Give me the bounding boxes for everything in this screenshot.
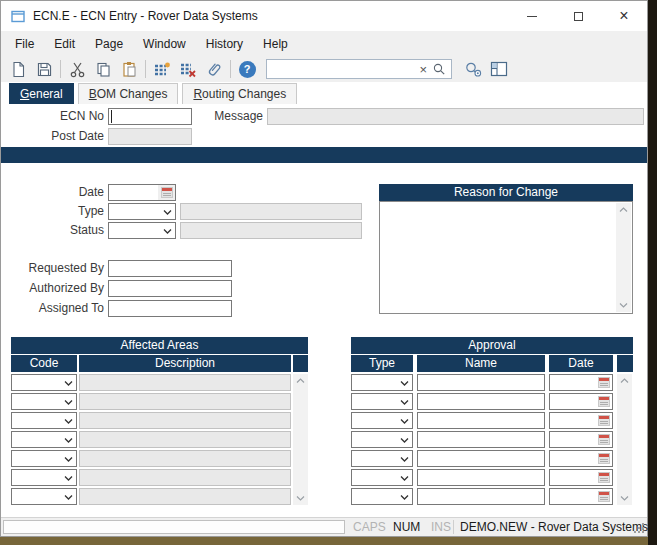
menu-history[interactable]: History [196,31,253,56]
copy-button[interactable] [90,58,116,80]
delete-row-button[interactable] [175,58,201,80]
status-combobox[interactable] [108,222,176,239]
type-combobox[interactable] [351,374,413,391]
clear-search-icon[interactable]: × [419,61,427,78]
authorized-by-field[interactable] [108,280,232,297]
assigned-to-field[interactable] [108,300,232,317]
calendar-icon[interactable] [598,415,610,426]
requested-by-label: Requested By [1,260,104,277]
code-combobox[interactable] [11,469,77,486]
cut-button[interactable] [64,58,90,80]
name-field[interactable] [417,488,545,505]
date-field[interactable] [108,184,176,201]
name-field[interactable] [417,450,545,467]
scroll-down-icon[interactable] [293,491,308,505]
date-field[interactable] [549,412,613,429]
approval-row [351,431,617,450]
tab-routing-changes[interactable]: Routing Changes [182,83,297,104]
text-caret [111,110,112,123]
close-icon: × [619,8,628,24]
type-combobox[interactable] [351,488,413,505]
type-combobox[interactable] [351,393,413,410]
toolbar-separator [230,60,231,78]
menu-edit[interactable]: Edit [44,31,85,56]
tab-bom-changes[interactable]: BOM Changes [78,83,179,104]
help-button[interactable]: ? [234,58,260,80]
message-label: Message [187,108,263,125]
scroll-up-icon[interactable] [617,374,632,388]
save-button[interactable] [31,58,57,80]
description-field [79,374,291,391]
type-combobox[interactable] [351,431,413,448]
menu-page[interactable]: Page [85,31,133,56]
search-input[interactable] [267,60,412,78]
toolbar-separator [60,60,61,78]
affected-areas-scrollbar[interactable] [293,374,308,505]
search-icon[interactable] [432,62,446,76]
chevron-down-icon [163,209,172,215]
code-combobox[interactable] [11,450,77,467]
menu-file[interactable]: File [5,31,44,56]
calendar-icon[interactable] [598,472,610,483]
calendar-icon[interactable] [598,434,610,445]
scroll-up-icon[interactable] [293,374,308,388]
calendar-icon[interactable] [598,377,610,388]
type-combobox[interactable] [351,450,413,467]
paperclip-icon [206,61,223,78]
name-field[interactable] [417,374,545,391]
code-combobox[interactable] [11,374,77,391]
menu-window[interactable]: Window [133,31,196,56]
app-window-icon[interactable] [11,10,25,23]
help-icon: ? [239,61,256,78]
chevron-down-icon [64,494,73,500]
name-field[interactable] [417,431,545,448]
new-button[interactable] [5,58,31,80]
scroll-down-icon[interactable] [616,298,631,312]
insert-mode-indicator: INS [431,520,451,534]
maximize-button[interactable] [555,1,601,31]
scroll-up-icon[interactable] [616,203,631,217]
name-field[interactable] [417,412,545,429]
chevron-down-icon [64,399,73,405]
resize-grip[interactable] [642,531,644,533]
date-field[interactable] [549,488,613,505]
date-field[interactable] [549,431,613,448]
chevron-down-icon [400,456,409,462]
menu-help[interactable]: Help [253,31,298,56]
type-combobox[interactable] [108,203,176,220]
type-combobox[interactable] [351,412,413,429]
name-field[interactable] [417,393,545,410]
approval-name-header: Name [417,355,545,372]
minimize-button[interactable] [509,1,555,31]
calendar-icon[interactable] [598,396,610,407]
post-date-label: Post Date [1,128,104,145]
reason-scrollbar[interactable] [616,203,631,312]
lookup-button[interactable] [460,58,486,80]
code-combobox[interactable] [11,488,77,505]
date-field[interactable] [549,469,613,486]
date-field[interactable] [549,393,613,410]
date-field[interactable] [549,450,613,467]
calendar-icon[interactable] [598,453,610,464]
code-combobox[interactable] [11,412,77,429]
close-button[interactable]: × [601,1,647,31]
requested-by-field[interactable] [108,260,232,277]
type-combobox[interactable] [351,469,413,486]
chevron-down-icon [400,494,409,500]
insert-row-button[interactable] [149,58,175,80]
layout-button[interactable] [486,58,512,80]
attachments-button[interactable] [201,58,227,80]
code-combobox[interactable] [11,431,77,448]
chevron-down-icon [163,228,172,234]
approval-scrollbar[interactable] [617,374,632,505]
code-combobox[interactable] [11,393,77,410]
tab-general[interactable]: General [9,83,74,104]
reason-textarea[interactable] [382,204,614,311]
calendar-icon[interactable] [598,491,610,502]
name-field[interactable] [417,469,545,486]
ecn-no-field[interactable] [108,108,192,125]
date-picker-button[interactable] [158,185,175,200]
paste-button[interactable] [116,58,142,80]
scroll-down-icon[interactable] [617,491,632,505]
date-field[interactable] [549,374,613,391]
